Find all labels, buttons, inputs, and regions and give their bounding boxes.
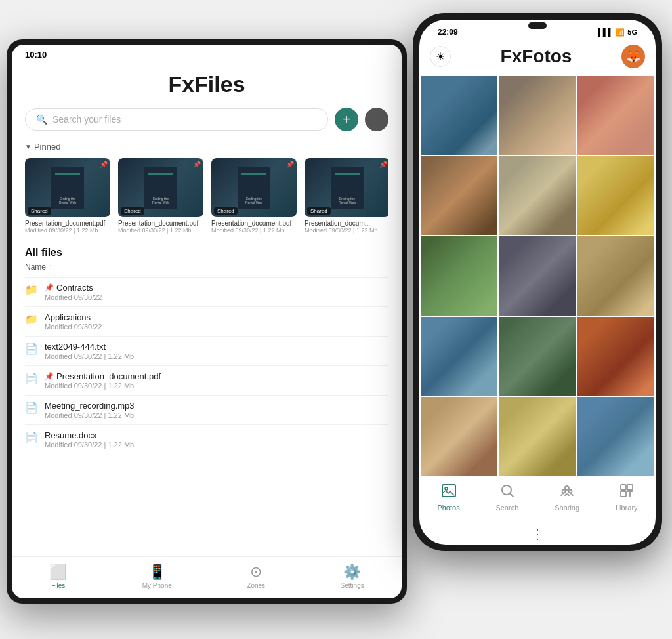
photo-cell[interactable]	[499, 397, 576, 476]
phone-status-icons: ▌▌▌ 📶 5G	[598, 28, 637, 37]
photo-cell[interactable]	[421, 76, 497, 155]
list-item[interactable]: 📁 📌 Contracts Modified 09/30/22	[25, 277, 388, 306]
tab-library[interactable]: Library	[616, 483, 638, 512]
file-info: 📌 Presentation_document.pdf Modified 09/…	[45, 371, 388, 390]
avatar-emoji: 🦊	[626, 49, 640, 64]
tablet-status-bar: 10:10	[12, 45, 402, 65]
tab-myphone[interactable]: 📱 My Phone	[142, 564, 172, 589]
theme-toggle-button[interactable]: ☀	[430, 46, 451, 67]
tab-settings[interactable]: ⚙️ Settings	[341, 564, 364, 589]
svg-rect-8	[621, 491, 626, 497]
file-meta: Modified 09/30/22 | 1.22 Mb	[45, 382, 388, 390]
card-meta: Modified 09/30/22 | 1.22 Mb	[25, 227, 110, 234]
svg-rect-9	[627, 485, 633, 490]
tablet-search-input[interactable]: 🔍 Search your files	[25, 108, 328, 131]
pinned-card[interactable]: Ending theRental Web Shared 📌 Presentati…	[118, 158, 203, 234]
search-placeholder: Search your files	[52, 114, 121, 125]
photo-cell[interactable]	[421, 156, 497, 235]
tab-search[interactable]: Search	[495, 483, 518, 512]
list-item[interactable]: 📄 text2049-444.txt Modified 09/30/22 | 1…	[25, 336, 388, 365]
card-meta: Modified 09/30/22 | 1.22 Mb	[211, 227, 297, 234]
add-button[interactable]: +	[335, 108, 358, 131]
file-icon: 📄	[25, 402, 37, 415]
tab-label-zones: Zones	[247, 582, 265, 589]
pinned-cards: Ending theRental Web Shared 📌 Presentati…	[25, 158, 388, 234]
all-files-title: All files	[25, 247, 388, 258]
tab-photos[interactable]: Photos	[437, 483, 459, 512]
photo-cell[interactable]	[578, 236, 654, 315]
card-name: Presentation_document.pdf	[211, 220, 297, 227]
logo-files: Files	[194, 72, 245, 96]
list-item[interactable]: 📄 Resume.docx Modified 09/30/22 | 1.22 M…	[25, 424, 388, 454]
search-icon: 🔍	[36, 114, 47, 125]
sharing-icon	[559, 483, 575, 503]
file-icon: 📄	[25, 342, 37, 356]
list-item[interactable]: 📄 Meeting_recording.mp3 Modified 09/30/2…	[25, 395, 388, 424]
tablet-search-bar: 🔍 Search your files +	[12, 108, 402, 142]
photo-cell[interactable]	[578, 76, 654, 155]
file-meta: Modified 09/30/22	[45, 293, 388, 301]
photo-cell[interactable]	[499, 236, 576, 315]
pin-icon: 📌	[45, 283, 54, 292]
file-icon: 📄	[25, 372, 37, 385]
sort-arrow-icon: ↑	[49, 262, 52, 272]
photo-cell[interactable]	[499, 156, 576, 235]
logo-fotos: Fotos	[522, 46, 572, 66]
phone-icon: 📱	[148, 564, 166, 581]
list-item[interactable]: 📄 📌 Presentation_document.pdf Modified 0…	[25, 365, 388, 395]
pinned-card[interactable]: Ending theRental Web Shared 📌 Presentati…	[25, 158, 110, 234]
tab-label-myphone: My Phone	[142, 582, 172, 589]
tab-label-photos: Photos	[437, 504, 459, 512]
phone-device: 22:09 ▌▌▌ 📶 5G ☀ FxFotos 🦊	[413, 13, 662, 551]
photo-cell[interactable]	[421, 397, 497, 476]
photo-cell[interactable]	[421, 317, 497, 396]
photo-cell[interactable]	[578, 397, 654, 476]
file-info: text2049-444.txt Modified 09/30/22 | 1.2…	[45, 342, 388, 360]
home-indicator: ⋮	[419, 525, 656, 545]
file-list-header[interactable]: Name ↑	[25, 262, 388, 272]
file-name: Meeting_recording.mp3	[45, 401, 388, 411]
photo-cell[interactable]	[499, 317, 576, 396]
card-name: Presentation_docum...	[304, 220, 388, 227]
shared-badge: Shared	[307, 207, 331, 215]
file-name: text2049-444.txt	[45, 342, 388, 352]
file-info: Applications Modified 09/30/22	[45, 312, 388, 331]
shared-badge: Shared	[28, 207, 51, 215]
phone-header: ☀ FxFotos 🦊	[419, 39, 656, 76]
tab-files[interactable]: ⬜ Files	[49, 564, 67, 589]
pin-icon: 📌	[193, 161, 201, 168]
phone-logo: FxFotos	[501, 46, 572, 67]
pinned-section: ▼ Pinned Ending theRental Web Shared �	[12, 142, 402, 240]
file-meta: Modified 09/30/22 | 1.22 Mb	[45, 352, 388, 360]
phone-notch	[528, 22, 547, 29]
file-name: 📌 Contracts	[45, 283, 388, 293]
file-meta: Modified 09/30/22	[45, 323, 388, 331]
pinned-card[interactable]: Ending theRental Web Shared 📌 Presentati…	[211, 158, 297, 234]
phone-avatar[interactable]: 🦊	[621, 45, 645, 68]
shared-badge: Shared	[121, 207, 144, 215]
avatar[interactable]	[365, 108, 388, 131]
photo-cell[interactable]	[421, 236, 497, 315]
pin-icon: 📌	[45, 372, 54, 381]
list-item[interactable]: 📁 Applications Modified 09/30/22	[25, 306, 388, 336]
tablet-logo: FxFiles	[25, 72, 388, 97]
tab-label-files: Files	[51, 582, 65, 589]
file-name: Resume.docx	[45, 430, 388, 440]
ellipsis-icon: ⋮	[531, 527, 544, 541]
photo-cell[interactable]	[578, 317, 654, 396]
all-files-section: All files Name ↑ 📁 📌 Contracts	[12, 240, 402, 556]
sort-label: Name	[25, 262, 46, 272]
tab-sharing[interactable]: Sharing	[555, 483, 579, 512]
tab-label-library: Library	[616, 504, 638, 512]
logo-fx: Fx	[168, 72, 194, 96]
pinned-label: ▼ Pinned	[25, 142, 388, 152]
file-info: 📌 Contracts Modified 09/30/22	[45, 283, 388, 301]
pinned-card[interactable]: Ending theRental Web Shared 📌 Presentati…	[304, 158, 388, 234]
photo-cell[interactable]	[578, 156, 654, 235]
sun-icon: ☀	[436, 51, 445, 63]
tab-zones[interactable]: ⊙ Zones	[247, 564, 265, 589]
file-icon: 📄	[25, 431, 37, 444]
logo-fx: Fx	[501, 46, 522, 66]
file-info: Meeting_recording.mp3 Modified 09/30/22 …	[45, 401, 388, 419]
photo-cell[interactable]	[499, 76, 576, 155]
